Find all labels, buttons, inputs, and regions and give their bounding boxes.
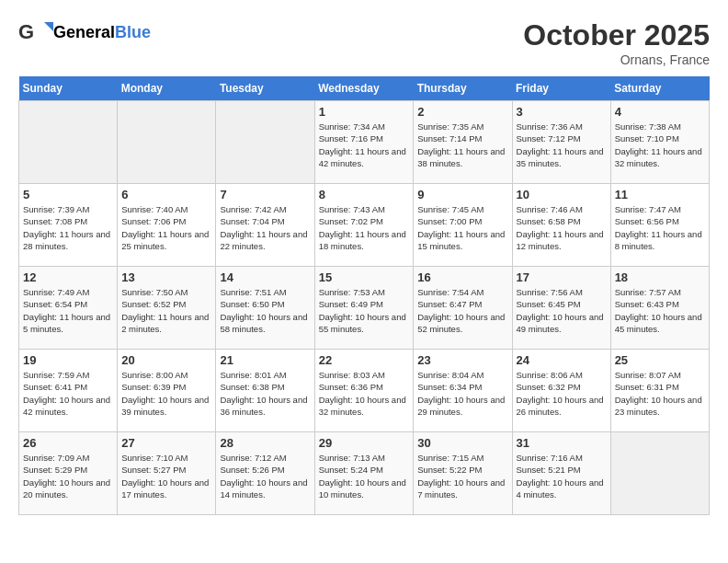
calendar-day-cell: 21Sunrise: 8:01 AM Sunset: 6:38 PM Dayli…: [216, 350, 314, 432]
day-number: 31: [517, 436, 607, 450]
calendar-day-cell: 5Sunrise: 7:39 AM Sunset: 7:08 PM Daylig…: [19, 184, 118, 267]
day-info: Sunrise: 7:39 AM Sunset: 7:08 PM Dayligh…: [23, 203, 113, 252]
calendar-day-cell: [19, 101, 118, 184]
header-tuesday: Tuesday: [216, 76, 314, 101]
logo-blue: Blue: [115, 23, 151, 42]
title-area: October 2025 Ornans, France: [523, 18, 710, 67]
calendar-day-cell: 22Sunrise: 8:03 AM Sunset: 6:36 PM Dayli…: [314, 350, 414, 432]
calendar-day-cell: [610, 432, 709, 515]
day-info: Sunrise: 7:38 AM Sunset: 7:10 PM Dayligh…: [615, 121, 705, 169]
calendar-week-2: 5Sunrise: 7:39 AM Sunset: 7:08 PM Daylig…: [19, 184, 710, 267]
day-number: 9: [417, 188, 507, 201]
calendar-day-cell: 10Sunrise: 7:46 AM Sunset: 6:58 PM Dayli…: [512, 184, 610, 267]
day-number: 5: [23, 188, 113, 201]
day-number: 12: [23, 270, 113, 284]
day-info: Sunrise: 7:10 AM Sunset: 5:27 PM Dayligh…: [121, 452, 211, 500]
day-number: 22: [319, 353, 410, 367]
day-info: Sunrise: 7:57 AM Sunset: 6:43 PM Dayligh…: [615, 286, 705, 335]
day-info: Sunrise: 7:53 AM Sunset: 6:49 PM Dayligh…: [319, 286, 410, 335]
day-info: Sunrise: 8:06 AM Sunset: 6:32 PM Dayligh…: [517, 369, 607, 418]
day-info: Sunrise: 8:03 AM Sunset: 6:36 PM Dayligh…: [319, 369, 410, 418]
logo: G GeneralBlue: [18, 18, 151, 46]
day-info: Sunrise: 7:56 AM Sunset: 6:45 PM Dayligh…: [517, 286, 607, 335]
calendar-day-cell: 18Sunrise: 7:57 AM Sunset: 6:43 PM Dayli…: [610, 267, 709, 350]
day-info: Sunrise: 7:49 AM Sunset: 6:54 PM Dayligh…: [23, 286, 113, 335]
calendar-day-cell: 31Sunrise: 7:16 AM Sunset: 5:21 PM Dayli…: [512, 432, 610, 515]
logo-general: General: [53, 23, 115, 42]
day-number: 14: [220, 270, 310, 284]
day-number: 1: [319, 105, 410, 119]
day-number: 18: [615, 270, 705, 284]
day-info: Sunrise: 7:12 AM Sunset: 5:26 PM Dayligh…: [220, 452, 310, 500]
day-number: 24: [517, 353, 607, 367]
calendar-day-cell: 15Sunrise: 7:53 AM Sunset: 6:49 PM Dayli…: [314, 267, 414, 350]
calendar-week-1: 1Sunrise: 7:34 AM Sunset: 7:16 PM Daylig…: [19, 101, 710, 184]
day-number: 27: [121, 436, 211, 450]
day-info: Sunrise: 7:13 AM Sunset: 5:24 PM Dayligh…: [319, 452, 410, 500]
day-number: 2: [417, 105, 507, 119]
day-info: Sunrise: 7:35 AM Sunset: 7:14 PM Dayligh…: [417, 121, 507, 169]
header-monday: Monday: [118, 76, 216, 101]
calendar-header-row: SundayMondayTuesdayWednesdayThursdayFrid…: [19, 76, 710, 101]
calendar-day-cell: 8Sunrise: 7:43 AM Sunset: 7:02 PM Daylig…: [314, 184, 414, 267]
calendar-day-cell: [118, 101, 216, 184]
calendar-day-cell: [216, 101, 314, 184]
header-saturday: Saturday: [610, 76, 709, 101]
calendar-week-5: 26Sunrise: 7:09 AM Sunset: 5:29 PM Dayli…: [19, 432, 710, 515]
calendar-day-cell: 2Sunrise: 7:35 AM Sunset: 7:14 PM Daylig…: [414, 101, 512, 184]
day-number: 19: [23, 353, 113, 367]
logo-icon: G: [18, 18, 53, 46]
day-number: 30: [417, 436, 507, 450]
day-number: 26: [23, 436, 113, 450]
day-number: 11: [615, 188, 705, 201]
day-info: Sunrise: 7:15 AM Sunset: 5:22 PM Dayligh…: [417, 452, 507, 500]
day-info: Sunrise: 7:45 AM Sunset: 7:00 PM Dayligh…: [417, 203, 507, 252]
calendar-week-4: 19Sunrise: 7:59 AM Sunset: 6:41 PM Dayli…: [19, 350, 710, 432]
calendar-table: SundayMondayTuesdayWednesdayThursdayFrid…: [18, 76, 710, 515]
day-number: 21: [220, 353, 310, 367]
day-info: Sunrise: 8:07 AM Sunset: 6:31 PM Dayligh…: [615, 369, 705, 418]
day-info: Sunrise: 7:16 AM Sunset: 5:21 PM Dayligh…: [517, 452, 607, 500]
calendar-day-cell: 11Sunrise: 7:47 AM Sunset: 6:56 PM Dayli…: [610, 184, 709, 267]
day-info: Sunrise: 7:50 AM Sunset: 6:52 PM Dayligh…: [121, 286, 211, 335]
calendar-day-cell: 29Sunrise: 7:13 AM Sunset: 5:24 PM Dayli…: [314, 432, 414, 515]
day-info: Sunrise: 7:34 AM Sunset: 7:16 PM Dayligh…: [319, 121, 410, 169]
calendar-day-cell: 3Sunrise: 7:36 AM Sunset: 7:12 PM Daylig…: [512, 101, 610, 184]
day-info: Sunrise: 7:09 AM Sunset: 5:29 PM Dayligh…: [23, 452, 113, 500]
calendar-day-cell: 23Sunrise: 8:04 AM Sunset: 6:34 PM Dayli…: [414, 350, 512, 432]
header-wednesday: Wednesday: [314, 76, 414, 101]
calendar-day-cell: 7Sunrise: 7:42 AM Sunset: 7:04 PM Daylig…: [216, 184, 314, 267]
calendar-day-cell: 12Sunrise: 7:49 AM Sunset: 6:54 PM Dayli…: [19, 267, 118, 350]
calendar-day-cell: 14Sunrise: 7:51 AM Sunset: 6:50 PM Dayli…: [216, 267, 314, 350]
calendar-day-cell: 25Sunrise: 8:07 AM Sunset: 6:31 PM Dayli…: [610, 350, 709, 432]
day-info: Sunrise: 7:54 AM Sunset: 6:47 PM Dayligh…: [417, 286, 507, 335]
calendar-day-cell: 19Sunrise: 7:59 AM Sunset: 6:41 PM Dayli…: [19, 350, 118, 432]
calendar-day-cell: 24Sunrise: 8:06 AM Sunset: 6:32 PM Dayli…: [512, 350, 610, 432]
calendar-day-cell: 16Sunrise: 7:54 AM Sunset: 6:47 PM Dayli…: [414, 267, 512, 350]
location: Ornans, France: [523, 52, 710, 67]
page-header: G GeneralBlue October 2025 Ornans, Franc…: [18, 18, 710, 67]
day-info: Sunrise: 7:40 AM Sunset: 7:06 PM Dayligh…: [121, 203, 211, 252]
day-info: Sunrise: 7:59 AM Sunset: 6:41 PM Dayligh…: [23, 369, 113, 418]
day-number: 4: [615, 105, 705, 119]
header-friday: Friday: [512, 76, 610, 101]
day-number: 29: [319, 436, 410, 450]
calendar-day-cell: 9Sunrise: 7:45 AM Sunset: 7:00 PM Daylig…: [414, 184, 512, 267]
svg-marker-1: [44, 22, 53, 31]
day-number: 13: [121, 270, 211, 284]
day-number: 25: [615, 353, 705, 367]
day-number: 20: [121, 353, 211, 367]
header-sunday: Sunday: [19, 76, 118, 101]
day-number: 7: [220, 188, 310, 201]
calendar-day-cell: 30Sunrise: 7:15 AM Sunset: 5:22 PM Dayli…: [414, 432, 512, 515]
calendar-day-cell: 27Sunrise: 7:10 AM Sunset: 5:27 PM Dayli…: [118, 432, 216, 515]
day-number: 6: [121, 188, 211, 201]
header-thursday: Thursday: [414, 76, 512, 101]
calendar-day-cell: 26Sunrise: 7:09 AM Sunset: 5:29 PM Dayli…: [19, 432, 118, 515]
day-info: Sunrise: 7:42 AM Sunset: 7:04 PM Dayligh…: [220, 203, 310, 252]
calendar-day-cell: 1Sunrise: 7:34 AM Sunset: 7:16 PM Daylig…: [314, 101, 414, 184]
calendar-week-3: 12Sunrise: 7:49 AM Sunset: 6:54 PM Dayli…: [19, 267, 710, 350]
day-number: 10: [517, 188, 607, 201]
month-title: October 2025: [523, 18, 710, 52]
day-info: Sunrise: 8:01 AM Sunset: 6:38 PM Dayligh…: [220, 369, 310, 418]
